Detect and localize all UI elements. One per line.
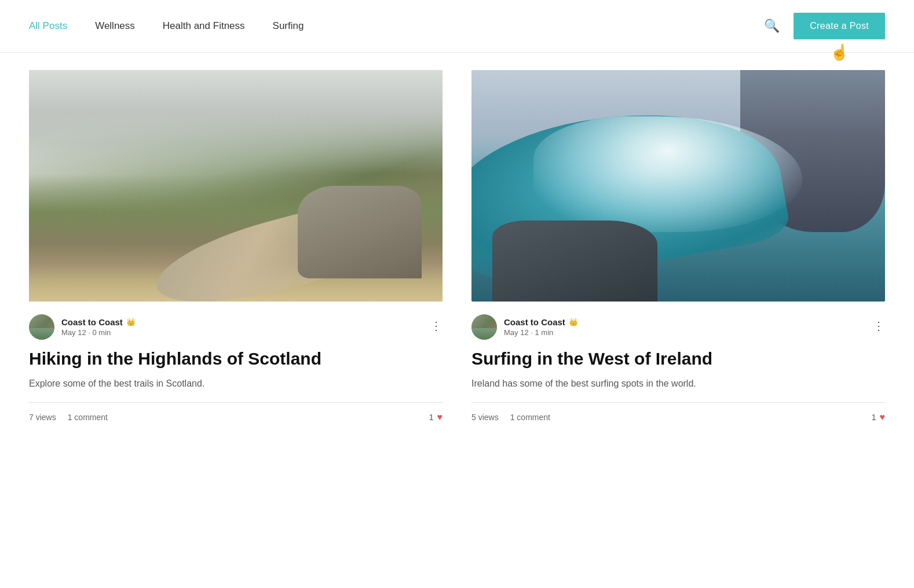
post-comments-2[interactable]: 1 comment xyxy=(510,413,550,422)
like-count-1: 1 xyxy=(429,413,434,422)
nav-bar: All Posts Wellness Health and Fitness Su… xyxy=(0,0,914,53)
create-post-button[interactable]: Create a Post xyxy=(794,13,885,39)
post-meta-1: Coast to Coast 👑 May 12 · 0 min ⋮ xyxy=(29,314,443,340)
avatar-2 xyxy=(471,314,497,340)
post-divider-1 xyxy=(29,402,443,403)
post-date-2: May 12 · 1 min xyxy=(504,328,578,337)
post-author-2: Coast to Coast 👑 May 12 · 1 min xyxy=(471,314,578,340)
post-image-2[interactable] xyxy=(471,70,885,302)
post-stats-1: 7 views 1 comment xyxy=(29,413,108,422)
author-name-row-2: Coast to Coast 👑 xyxy=(504,317,578,327)
author-name-row-1: Coast to Coast 👑 xyxy=(61,317,136,327)
post-comments-1[interactable]: 1 comment xyxy=(68,413,108,422)
nav-wellness[interactable]: Wellness xyxy=(95,20,135,32)
posts-grid: Coast to Coast 👑 May 12 · 0 min ⋮ Hiking… xyxy=(0,53,914,451)
post-views-1: 7 views xyxy=(29,413,56,422)
post-stats-2: 5 views 1 comment xyxy=(471,413,550,422)
post-card-1: Coast to Coast 👑 May 12 · 0 min ⋮ Hiking… xyxy=(29,70,443,422)
post-author-1: Coast to Coast 👑 May 12 · 0 min xyxy=(29,314,136,340)
post-likes-1: 1 ♥ xyxy=(429,412,443,422)
nav-links: All Posts Wellness Health and Fitness Su… xyxy=(29,20,764,32)
nav-health-fitness[interactable]: Health and Fitness xyxy=(163,20,245,32)
post-footer-1: 7 views 1 comment 1 ♥ xyxy=(29,412,443,422)
heart-icon-1[interactable]: ♥ xyxy=(437,412,443,422)
post-image-1[interactable] xyxy=(29,70,443,302)
post-footer-2: 5 views 1 comment 1 ♥ xyxy=(471,412,885,422)
post-title-1[interactable]: Hiking in the Highlands of Scotland xyxy=(29,348,443,370)
post-card-2: Coast to Coast 👑 May 12 · 1 min ⋮ Surfin… xyxy=(471,70,885,422)
more-menu-icon-1[interactable]: ⋮ xyxy=(430,320,443,332)
mountain-rocks xyxy=(298,186,422,278)
mountain-image xyxy=(29,70,443,302)
author-name-2[interactable]: Coast to Coast xyxy=(504,317,565,327)
post-meta-2: Coast to Coast 👑 May 12 · 1 min ⋮ xyxy=(471,314,885,340)
author-info-2: Coast to Coast 👑 May 12 · 1 min xyxy=(504,317,578,337)
nav-right: 🔍 Create a Post ☝ xyxy=(764,13,885,39)
author-name-1[interactable]: Coast to Coast xyxy=(61,317,123,327)
post-views-2: 5 views xyxy=(471,413,499,422)
post-title-2[interactable]: Surfing in the West of Ireland xyxy=(471,348,885,370)
post-likes-2: 1 ♥ xyxy=(872,412,885,422)
nav-all-posts[interactable]: All Posts xyxy=(29,20,67,32)
wave-rocks xyxy=(492,220,658,302)
search-icon[interactable]: 🔍 xyxy=(764,19,780,34)
post-date-1: May 12 · 0 min xyxy=(61,328,136,337)
post-excerpt-1: Explore some of the best trails in Scotl… xyxy=(29,377,443,391)
author-info-1: Coast to Coast 👑 May 12 · 0 min xyxy=(61,317,136,337)
heart-icon-2[interactable]: ♥ xyxy=(880,412,886,422)
nav-surfing[interactable]: Surfing xyxy=(273,20,304,32)
avatar-1 xyxy=(29,314,54,340)
ocean-image xyxy=(471,70,885,302)
post-divider-2 xyxy=(471,402,885,403)
more-menu-icon-2[interactable]: ⋮ xyxy=(873,320,885,332)
post-excerpt-2: Ireland has some of the best surfing spo… xyxy=(471,377,885,391)
crown-icon-2: 👑 xyxy=(569,318,578,326)
create-post-area: Create a Post ☝ xyxy=(794,13,885,39)
crown-icon-1: 👑 xyxy=(126,318,136,326)
like-count-2: 1 xyxy=(872,413,876,422)
